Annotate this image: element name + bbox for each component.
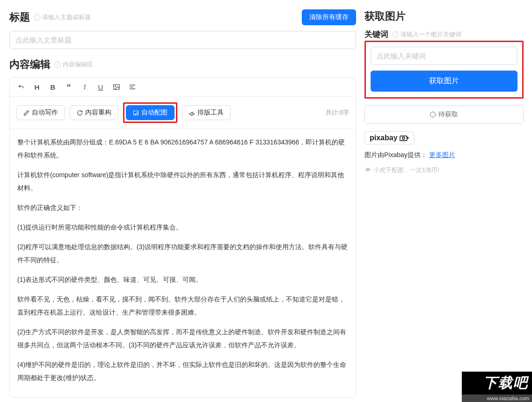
title-label: 标题 [9,10,30,24]
paragraph: 计算机软件(computer software)是指计算机系统中除硬件以外的所有… [17,168,348,194]
keyword-label: 关键词 [364,29,388,40]
info-icon: ! [392,31,399,38]
title-header: 标题 ! 请输入主题或标题 清除所有缓存 [9,9,356,25]
underline-icon[interactable]: U [96,82,105,92]
paragraph: 整个计算机系统由两部分组成：E.69DA 5 E 6 BA 9062616964… [17,136,348,162]
align-icon[interactable] [128,82,137,92]
highlight-auto-image: 自动配图 [123,102,177,123]
paragraph: (2)生产方式不同的软件是开发，是人类智能的高发挥，而不是传统意义上的硬件制造。… [17,325,348,352]
settings-icon [189,110,195,116]
pencil-icon [23,110,29,116]
pixabay-badge: pixabay [364,131,414,144]
keyword-input[interactable] [371,47,517,65]
pending-status[interactable]: 待获取 [364,105,524,124]
fetch-image-title: 获取图片 [364,9,406,23]
fetch-image-button[interactable]: 获取图片 [371,71,517,92]
bold-icon[interactable]: B [48,82,58,92]
keyword-hint: ! 请输入一个图片关键词 [392,30,461,39]
info-icon: ! [34,14,40,21]
circle-icon [430,112,436,117]
layout-tools-button[interactable]: 排版工具 [182,105,231,120]
paragraph: 软件看不见，无色，枯燥，看不见，摸不到，闻不到。软件大部分存在于人们的头脑或纸上… [17,293,348,319]
action-toolbar: 自动写作 内容重构 自动配图 排版工具 共计:0字 [10,97,356,129]
article-title-input[interactable] [9,31,356,49]
highlight-keyword-box: 获取图片 [364,41,524,99]
image-credit: 图片由Pixabay提供： 更多图片 [364,151,524,159]
cost-tip: 小虎子配图，一次1淘币! [364,166,524,174]
content-label: 内容编辑 [9,57,51,72]
auto-write-button[interactable]: 自动写作 [16,105,65,120]
paragraph: 软件的正确含义如下： [17,201,348,214]
content-hint: ! 内容编辑区 [54,60,93,69]
word-counter: 共计:0字 [326,108,349,117]
more-images-link[interactable]: 更多图片 [429,151,455,158]
svg-point-6 [191,112,193,113]
refresh-icon [77,110,83,116]
editor-panel: H B “ I U 自动写作 内容重构 自动配图 排版工具 共计:0字 整个计算… [9,77,356,398]
undo-icon[interactable] [16,82,26,92]
paragraph: (4)维护不同的硬件是旧的，理论上软件是旧的，并不坏，但实际上软件也是旧的和坏的… [17,358,348,384]
heading-icon[interactable]: H [32,82,42,92]
italic-icon[interactable]: I [80,82,89,92]
format-toolbar: H B “ I U [10,78,356,97]
paragraph: (1)提供运行时所需功能和性能的命令或计算机程序集合。 [17,221,348,234]
svg-point-1 [115,86,116,86]
cloud-icon [364,167,371,173]
auto-image-button[interactable]: 自动配图 [126,105,175,120]
quote-icon[interactable]: “ [64,82,73,92]
svg-rect-7 [400,136,407,141]
paragraph: (1)表达形式不同的硬件类型、颜色、味道、可见、可摸、可闻。 [17,273,348,286]
image-icon[interactable] [112,82,121,92]
content-header: 内容编辑 ! 内容编辑区 [9,57,356,72]
svg-point-8 [402,137,404,139]
title-hint: ! 请输入主题或标题 [34,13,91,22]
restructure-button[interactable]: 内容重构 [70,105,118,120]
editor-content[interactable]: 整个计算机系统由两部分组成：E.69DA 5 E 6 BA 9062616964… [10,129,356,397]
camera-icon [400,135,409,141]
clear-cache-button[interactable]: 清除所有缓存 [302,9,356,25]
paragraph: (2)程序可以满意地处理信息的数据结构。(3)说明程序功能要求和程序需要的文档的… [17,240,348,266]
info-icon: ! [54,61,61,68]
picture-icon [133,110,139,116]
